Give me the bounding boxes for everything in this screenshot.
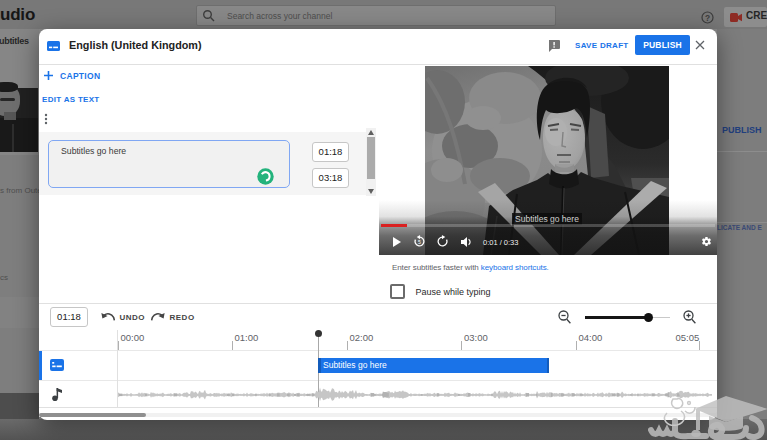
svg-text:?: ? — [705, 13, 710, 23]
svg-text:5: 5 — [418, 239, 421, 245]
